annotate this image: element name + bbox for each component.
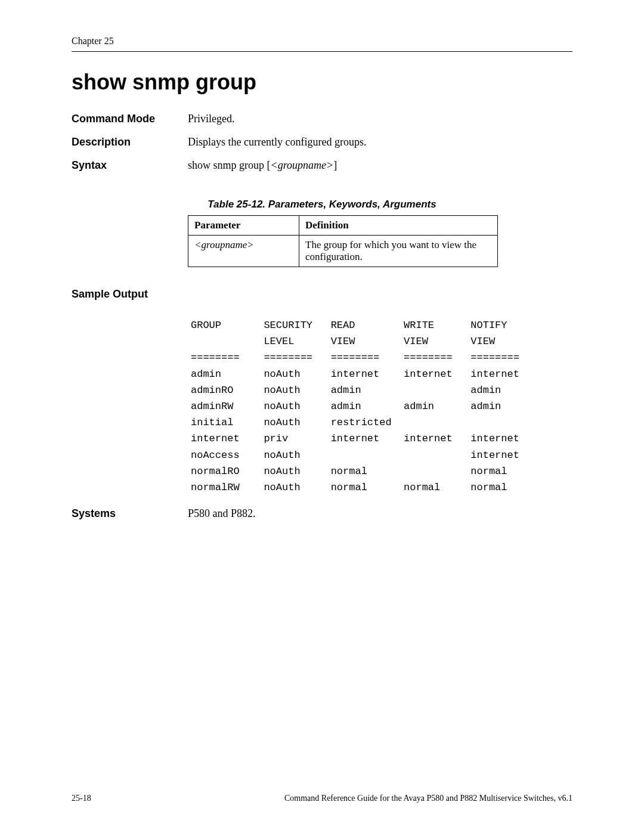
running-header: Chapter 25 [72,36,572,47]
description-value: Displays the currently configured groups… [188,136,366,148]
sample-output-heading: Sample Output [72,288,572,301]
command-mode-label: Command Mode [72,113,188,125]
command-mode-value: Privileged. [188,113,235,125]
page-title: show snmp group [72,70,572,95]
table-caption: Table 25-12. Parameters, Keywords, Argum… [72,199,572,210]
cell-param: <groupname> [188,236,299,267]
param-table-wrap: Parameter Definition <groupname> The gro… [188,215,572,267]
col-parameter: Parameter [188,216,299,236]
command-mode-row: Command Mode Privileged. [72,113,572,125]
systems-label: Systems [72,507,188,520]
header-rule [72,51,572,52]
page: Chapter 25 show snmp group Command Mode … [0,0,644,833]
col-definition: Definition [299,216,498,236]
description-row: Description Displays the currently confi… [72,136,572,148]
systems-value: P580 and P882. [188,507,256,520]
table-row: <groupname> The group for which you want… [188,236,498,267]
sample-output: GROUP SECURITY READ WRITE NOTIFY LEVEL V… [191,317,572,496]
footer-doc-title: Command Reference Guide for the Avaya P5… [284,794,572,803]
systems-row: Systems P580 and P882. [72,507,572,520]
description-label: Description [72,136,188,148]
syntax-suffix: ] [333,159,337,171]
page-footer: 25-18 Command Reference Guide for the Av… [72,794,572,803]
syntax-prefix: show snmp group [ [188,159,271,171]
syntax-label: Syntax [72,159,188,172]
param-table: Parameter Definition <groupname> The gro… [188,215,498,267]
footer-page-number: 25-18 [72,794,91,803]
syntax-param: <groupname> [271,159,334,171]
cell-def: The group for which you want to view the… [299,236,498,267]
syntax-row: Syntax show snmp group [<groupname>] [72,159,572,172]
table-header-row: Parameter Definition [188,216,498,236]
syntax-value: show snmp group [<groupname>] [188,159,337,172]
